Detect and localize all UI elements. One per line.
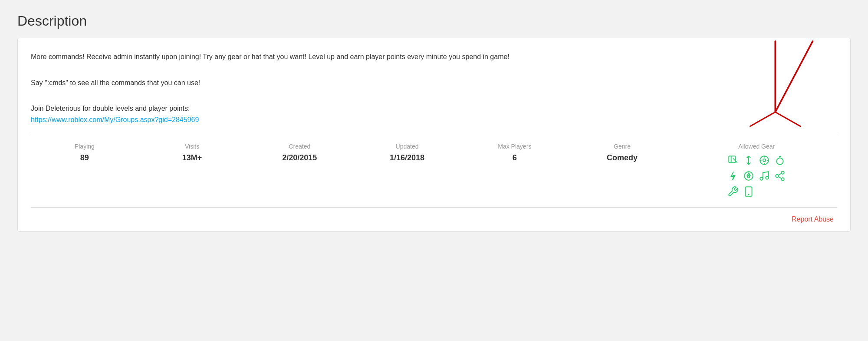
stat-created-label: Created (246, 143, 353, 150)
social-gear-icon (773, 169, 787, 183)
report-abuse-button[interactable]: Report Abuse (788, 214, 837, 225)
svg-line-26 (779, 177, 782, 179)
svg-point-16 (777, 158, 783, 165)
stat-playing: Playing 89 (31, 143, 138, 162)
page-title: Description (17, 13, 851, 29)
throwing-gear-icon (742, 153, 756, 167)
svg-point-23 (781, 172, 784, 175)
svg-point-11 (763, 159, 766, 162)
description-paragraph-1: More commands! Receive admin instantly u… (31, 51, 837, 63)
navigation-gear-icon (757, 153, 771, 167)
stat-created: Created 2/20/2015 (246, 143, 353, 162)
stat-updated-value: 1/16/2018 (353, 153, 461, 162)
stat-max-players-value: 6 (461, 153, 569, 162)
stat-visits-label: Visits (138, 143, 246, 150)
description-card: More commands! Receive admin instantly u… (17, 38, 851, 232)
power-gear-icon (726, 169, 740, 183)
personal-gear-icon (742, 185, 756, 199)
footer-row: Report Abuse (31, 208, 837, 231)
aiming-gear-icon (742, 169, 756, 183)
melee-gear-icon (726, 153, 740, 167)
description-paragraph-2: Say ":cmds" to see all the commands that… (31, 77, 837, 89)
svg-point-21 (760, 178, 763, 181)
description-paragraph-3: Join Deleterious for double levels and p… (31, 103, 837, 125)
stat-updated: Updated 1/16/2018 (353, 143, 461, 162)
gear-icons-grid (676, 153, 837, 199)
stat-created-value: 2/20/2015 (246, 153, 353, 162)
explosive-gear-icon (773, 153, 787, 167)
stat-visits: Visits 13M+ (138, 143, 246, 162)
stat-max-players: Max Players 6 (461, 143, 569, 162)
building-gear-icon (726, 185, 740, 199)
group-link[interactable]: https://www.roblox.com/My/Groups.aspx?gi… (31, 116, 199, 123)
stat-allowed-gear-label: Allowed Gear (676, 143, 837, 150)
svg-point-20 (748, 176, 750, 178)
stat-genre-label: Genre (569, 143, 676, 150)
stat-updated-label: Updated (353, 143, 461, 150)
stat-genre: Genre Comedy (569, 143, 676, 162)
svg-point-25 (781, 178, 784, 181)
svg-line-27 (779, 173, 782, 175)
music-gear-icon (757, 169, 771, 183)
stat-visits-value: 13M+ (138, 153, 246, 162)
stat-genre-value: Comedy (569, 153, 676, 162)
stat-playing-value: 89 (31, 153, 138, 162)
stat-max-players-label: Max Players (461, 143, 569, 150)
stats-row: Playing 89 Visits 13M+ Created 2/20/2015… (31, 134, 837, 208)
stat-playing-label: Playing (31, 143, 138, 150)
svg-point-22 (766, 176, 769, 179)
stat-allowed-gear: Allowed Gear (676, 143, 837, 199)
svg-point-24 (776, 175, 779, 178)
